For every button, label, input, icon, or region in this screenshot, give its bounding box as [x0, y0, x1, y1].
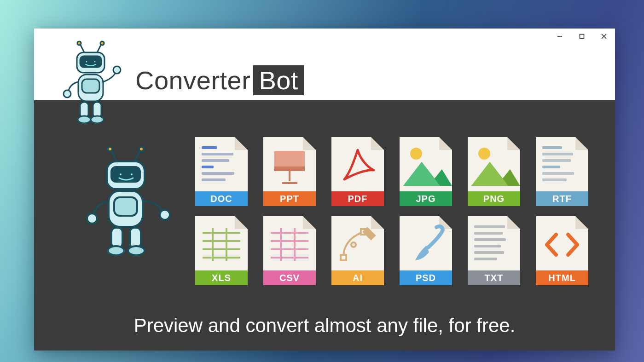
file-body [536, 216, 588, 270]
maximize-icon [579, 34, 585, 39]
file-type-png[interactable]: PNG [468, 137, 520, 206]
file-type-txt[interactable]: TXT [468, 216, 520, 285]
file-body [400, 216, 452, 270]
pdf-glyph-icon [331, 137, 384, 191]
svg-point-26 [119, 172, 122, 176]
app-window: ConverterBot [34, 29, 615, 351]
svg-point-32 [108, 246, 124, 255]
presentation-icon [263, 137, 316, 191]
titlebar: ConverterBot [34, 29, 615, 100]
svg-marker-45 [471, 162, 508, 186]
svg-point-19 [113, 66, 121, 74]
svg-point-6 [77, 41, 81, 45]
svg-rect-13 [82, 79, 99, 93]
desktop-background: ConverterBot [0, 0, 644, 362]
svg-rect-31 [130, 228, 141, 248]
svg-point-11 [93, 60, 96, 63]
file-body [468, 216, 520, 270]
file-type-doc[interactable]: DOC [195, 137, 248, 206]
file-type-jpg[interactable]: JPG [400, 137, 452, 206]
image-landscape-icon [400, 137, 452, 191]
file-label: PSD [400, 270, 452, 285]
svg-point-23 [139, 147, 144, 151]
app-title: ConverterBot [135, 65, 304, 95]
svg-point-33 [128, 246, 145, 255]
svg-point-43 [478, 148, 490, 160]
file-body [263, 137, 316, 191]
file-label: PDF [331, 191, 384, 206]
file-label: JPG [400, 191, 452, 206]
file-type-psd[interactable]: PSD [400, 216, 452, 285]
tagline-text: Preview and convert almost any file, for… [34, 315, 615, 337]
file-body [536, 137, 588, 191]
svg-rect-30 [111, 228, 122, 248]
file-label: TXT [468, 270, 520, 285]
file-label: HTML [536, 270, 588, 285]
file-label: RTF [536, 191, 588, 206]
file-type-html[interactable]: HTML [536, 216, 588, 285]
svg-point-18 [64, 90, 71, 98]
file-body [468, 137, 520, 191]
file-type-ppt[interactable]: PPT [263, 137, 316, 206]
spreadsheet-icon [263, 216, 316, 270]
file-type-rtf[interactable]: RTF [536, 137, 588, 206]
svg-point-34 [87, 213, 97, 224]
close-icon [601, 34, 607, 39]
file-label: CSV [263, 270, 316, 285]
file-type-grid: DOC PPT [195, 137, 588, 285]
vector-pen-icon [331, 216, 384, 270]
file-body [195, 137, 248, 191]
svg-point-17 [91, 116, 104, 123]
spreadsheet-icon [195, 216, 248, 270]
svg-marker-42 [403, 162, 440, 186]
file-label: PPT [263, 191, 316, 206]
file-type-ai[interactable]: AI [331, 216, 384, 285]
file-label: PNG [468, 191, 520, 206]
paintbrush-icon [400, 216, 452, 270]
maximize-button[interactable] [571, 29, 593, 44]
rtf-lines-icon [542, 146, 582, 185]
txt-lines-icon [474, 225, 514, 264]
file-body [331, 137, 384, 191]
app-title-part1: Converter [135, 65, 250, 95]
code-brackets-icon [536, 216, 588, 270]
svg-point-35 [160, 210, 170, 220]
svg-point-27 [130, 172, 133, 176]
file-type-csv[interactable]: CSV [263, 216, 316, 285]
doc-lines-icon [202, 146, 241, 185]
svg-point-60 [351, 242, 356, 247]
file-body [400, 137, 452, 191]
svg-rect-29 [114, 197, 137, 216]
svg-point-10 [85, 60, 88, 63]
file-label: XLS [195, 270, 248, 285]
file-label: AI [331, 270, 384, 285]
content-area: DOC PPT [34, 100, 615, 351]
svg-point-7 [100, 41, 104, 45]
svg-point-16 [78, 116, 91, 123]
svg-rect-1 [580, 34, 584, 39]
close-button[interactable] [593, 29, 615, 44]
file-type-pdf[interactable]: PDF [331, 137, 384, 206]
robot-mascot-icon [75, 144, 174, 264]
image-landscape-icon [468, 137, 520, 191]
file-type-xls[interactable]: XLS [195, 216, 248, 285]
svg-point-40 [410, 148, 422, 160]
file-body [195, 216, 248, 270]
minimize-icon [557, 34, 563, 39]
svg-rect-37 [274, 167, 305, 171]
file-body [331, 216, 384, 270]
app-title-part2: Bot [253, 65, 304, 95]
file-label: DOC [195, 191, 248, 206]
robot-logo-icon [52, 38, 130, 130]
svg-rect-58 [341, 255, 346, 260]
file-body [263, 216, 316, 270]
svg-point-22 [108, 147, 112, 151]
minimize-button[interactable] [549, 29, 571, 44]
window-controls [549, 29, 615, 44]
